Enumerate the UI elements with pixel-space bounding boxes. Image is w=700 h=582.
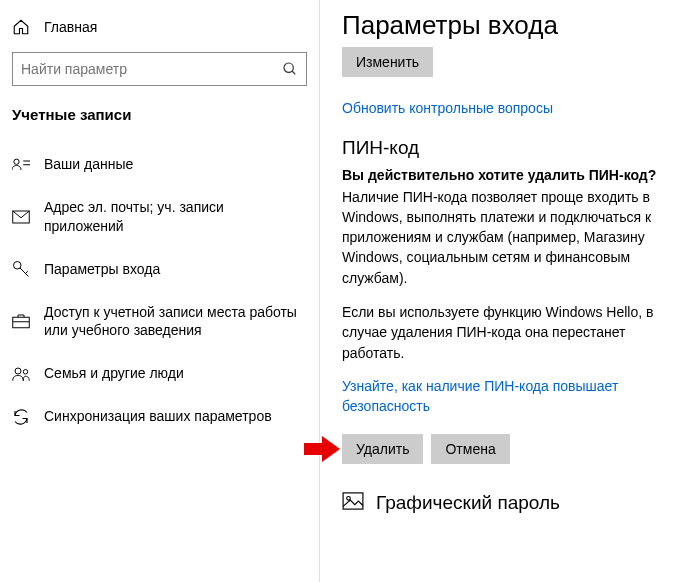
search-box[interactable] xyxy=(12,52,307,86)
search-icon xyxy=(282,61,298,77)
pin-button-row: Удалить Отмена xyxy=(342,434,678,464)
sidebar-item-signin-options[interactable]: Параметры входа xyxy=(0,248,319,291)
mail-icon xyxy=(12,208,30,226)
home-label: Главная xyxy=(44,19,97,35)
home-link[interactable]: Главная xyxy=(0,18,319,52)
people-icon xyxy=(12,365,30,383)
search-input[interactable] xyxy=(21,61,282,77)
sidebar-item-label: Доступ к учетной записи места работы или… xyxy=(44,303,307,341)
sidebar-item-label: Адрес эл. почты; уч. записи приложений xyxy=(44,198,307,236)
svg-line-8 xyxy=(26,271,28,273)
home-icon xyxy=(12,18,30,36)
key-icon xyxy=(12,260,30,278)
sidebar-item-label: Семья и другие люди xyxy=(44,364,307,383)
change-button[interactable]: Изменить xyxy=(342,47,433,77)
delete-button[interactable]: Удалить xyxy=(342,434,423,464)
cancel-button[interactable]: Отмена xyxy=(431,434,509,464)
svg-point-12 xyxy=(23,369,28,374)
svg-line-1 xyxy=(292,71,295,74)
sidebar-item-family[interactable]: Семья и другие люди xyxy=(0,352,319,395)
sidebar-item-email-accounts[interactable]: Адрес эл. почты; уч. записи приложений xyxy=(0,186,319,248)
content: Параметры входа Изменить Обновить контро… xyxy=(320,0,700,582)
pin-heading: ПИН-код xyxy=(342,137,678,159)
svg-point-2 xyxy=(14,160,19,165)
picture-password-label: Графический пароль xyxy=(376,492,560,514)
briefcase-icon xyxy=(12,312,30,330)
sidebar-item-label: Синхронизация ваших параметров xyxy=(44,407,307,426)
pin-body-1: Наличие ПИН-кода позволяет проще входить… xyxy=(342,187,678,288)
person-card-icon xyxy=(12,155,30,173)
pin-body-2: Если вы используете функцию Windows Hell… xyxy=(342,302,678,363)
sync-icon xyxy=(12,408,30,426)
section-title: Учетные записи xyxy=(0,106,319,143)
red-arrow-annotation xyxy=(304,436,340,462)
sidebar-item-label: Параметры входа xyxy=(44,260,307,279)
picture-icon xyxy=(342,492,364,514)
sidebar: Главная Учетные записи Ваши данные Адрес… xyxy=(0,0,320,582)
svg-rect-9 xyxy=(13,318,30,329)
svg-marker-13 xyxy=(304,436,340,462)
update-questions-link[interactable]: Обновить контрольные вопросы xyxy=(342,99,678,119)
svg-point-15 xyxy=(347,497,351,501)
svg-rect-14 xyxy=(343,493,363,509)
pin-confirm-question: Вы действительно хотите удалить ПИН-код? xyxy=(342,167,678,183)
sidebar-item-label: Ваши данные xyxy=(44,155,307,174)
sidebar-item-sync[interactable]: Синхронизация ваших параметров xyxy=(0,395,319,438)
page-title: Параметры входа xyxy=(342,10,678,41)
learn-more-link[interactable]: Узнайте, как наличие ПИН-кода повышает б… xyxy=(342,377,678,416)
sidebar-item-your-info[interactable]: Ваши данные xyxy=(0,143,319,186)
sidebar-item-work-access[interactable]: Доступ к учетной записи места работы или… xyxy=(0,291,319,353)
svg-point-0 xyxy=(284,63,293,72)
picture-password-heading: Графический пароль xyxy=(342,492,678,514)
svg-point-11 xyxy=(15,368,21,374)
